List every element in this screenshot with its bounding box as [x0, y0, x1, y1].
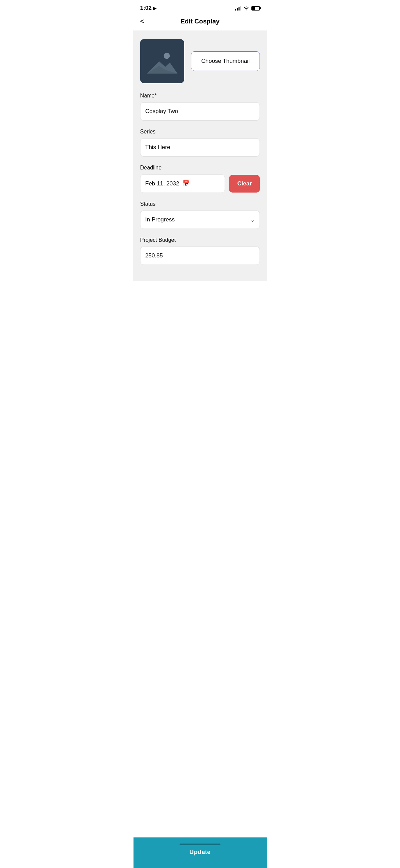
budget-field-group: Project Budget — [140, 237, 260, 265]
name-field-group: Name* — [140, 93, 260, 121]
battery-icon — [251, 6, 260, 11]
series-label: Series — [140, 129, 260, 135]
name-label: Name* — [140, 93, 260, 99]
budget-input[interactable] — [140, 247, 260, 265]
nav-header: < Edit Cosplay — [133, 14, 267, 31]
status-value: In Progress — [145, 216, 175, 223]
thumbnail-section: Choose Thumbnail — [140, 39, 260, 83]
page-title: Edit Cosplay — [180, 18, 220, 25]
clear-deadline-button[interactable]: Clear — [229, 175, 260, 193]
deadline-row: Feb 11, 2032 📅 Clear — [140, 174, 260, 193]
svg-point-1 — [164, 53, 170, 59]
status-label: Status — [140, 201, 260, 207]
chevron-down-icon: ⌄ — [250, 217, 255, 223]
deadline-input-wrapper[interactable]: Feb 11, 2032 📅 — [140, 174, 225, 193]
budget-label: Project Budget — [140, 237, 260, 243]
wifi-icon — [243, 6, 249, 11]
series-input[interactable] — [140, 138, 260, 157]
choose-thumbnail-button[interactable]: Choose Thumbnail — [191, 51, 260, 71]
status-bar: 1:02 ▶ — [133, 0, 267, 14]
status-select[interactable]: In Progress ⌄ — [140, 211, 260, 229]
status-icons — [235, 6, 260, 11]
placeholder-image-icon — [147, 49, 177, 74]
thumbnail-preview — [140, 39, 184, 83]
main-content: Choose Thumbnail Name* Series Deadline F… — [133, 31, 267, 281]
deadline-label: Deadline — [140, 165, 260, 171]
status-time: 1:02 ▶ — [140, 5, 156, 12]
back-button[interactable]: < — [140, 17, 145, 26]
deadline-value: Feb 11, 2032 — [145, 180, 183, 187]
calendar-icon: 📅 — [183, 180, 220, 187]
name-input[interactable] — [140, 102, 260, 121]
series-field-group: Series — [140, 129, 260, 157]
location-icon: ▶ — [153, 6, 156, 11]
signal-icon — [235, 6, 241, 11]
deadline-field-group: Deadline Feb 11, 2032 📅 Clear — [140, 165, 260, 193]
status-field-group: Status In Progress ⌄ — [140, 201, 260, 229]
